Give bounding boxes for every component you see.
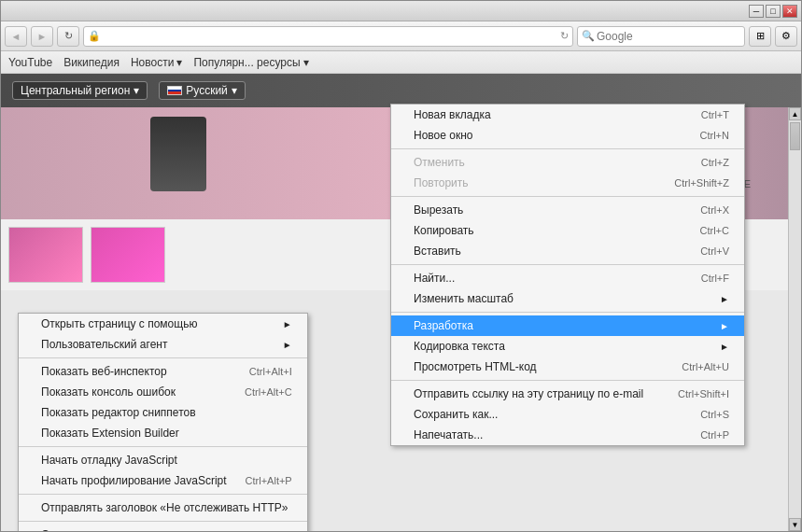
menu-label: Отменить — [414, 156, 465, 169]
bookmark-youtube[interactable]: YouTube — [8, 56, 52, 69]
left-context-menu: Открыть страницу с помощью ► Пользовател… — [18, 313, 308, 531]
gear-icon: ⚙ — [781, 30, 791, 42]
menu-label: Сохранить как... — [414, 408, 498, 421]
popular-arrow-icon: ▾ — [303, 56, 309, 69]
submenu-arrow-icon: ► — [283, 319, 292, 329]
bookmark-news[interactable]: Новости ▾ — [131, 56, 182, 69]
menu-label: Повторить — [414, 176, 469, 189]
menu-label: Начать отладку JavaScript — [41, 454, 177, 467]
menu-item-snippet-editor[interactable]: Показать редактор сниппетов — [19, 402, 307, 423]
menu-item-paste[interactable]: Вставить Ctrl+V — [391, 241, 744, 261]
submenu-arrow-icon: ► — [720, 321, 729, 331]
product-image — [150, 117, 206, 191]
scroll-thumb[interactable] — [790, 122, 800, 150]
menu-item-save-as[interactable]: Сохранить как... Ctrl+S — [391, 404, 744, 425]
shortcut-label: Ctrl+Alt+I — [249, 366, 292, 377]
reload-icon[interactable]: ↻ — [560, 30, 569, 42]
region-label: Центральный регион — [21, 84, 130, 97]
refresh-button[interactable]: ↻ — [57, 26, 79, 47]
thumbnail-item[interactable] — [8, 227, 83, 283]
menu-item-print[interactable]: Напечатать... Ctrl+P — [391, 425, 744, 445]
maximize-button[interactable]: □ — [766, 5, 781, 18]
settings-button[interactable]: ⚙ — [775, 26, 797, 47]
back-button[interactable]: ◄ — [5, 26, 27, 47]
menu-item-new-window[interactable]: Новое окно Ctrl+N — [391, 125, 744, 146]
scroll-up-arrow[interactable]: ▲ — [789, 107, 801, 120]
menu-label: Показать Extension Builder — [41, 427, 179, 440]
flag-icon — [167, 86, 182, 95]
menu-item-encoding[interactable]: Кодировка текста ► — [391, 336, 744, 357]
menu-label: Напечатать... — [414, 428, 483, 441]
menu-label: Отключить кэши — [41, 528, 127, 531]
menu-separator — [391, 148, 744, 149]
menu-item-copy[interactable]: Копировать Ctrl+C — [391, 220, 744, 241]
submenu-arrow-icon: ► — [283, 340, 292, 350]
menu-label: Просмотреть HTML-код — [414, 360, 537, 373]
region-selector[interactable]: Центральный регион ▾ — [12, 81, 148, 100]
menu-label: Показать редактор сниппетов — [41, 406, 196, 419]
thumbnail-item[interactable] — [91, 227, 165, 283]
close-button[interactable]: ✕ — [782, 5, 797, 18]
address-bar-area: 🔒 ↻ — [83, 26, 573, 47]
menu-item-find[interactable]: Найти... Ctrl+F — [391, 268, 744, 288]
menu-item-new-tab[interactable]: Новая вкладка Ctrl+T — [391, 105, 744, 125]
lang-label: Русский — [186, 84, 228, 97]
menu-item-zoom[interactable]: Изменить масштаб ► — [391, 288, 744, 309]
bookmark-popular[interactable]: Популярн... ресурсы ▾ — [193, 56, 308, 69]
menu-item-redo[interactable]: Повторить Ctrl+Shift+Z — [391, 173, 744, 193]
bookmarks-bar: YouTube Википедия Новости ▾ Популярн... … — [1, 51, 801, 74]
menu-label: Начать профилирование JavaScript — [41, 474, 227, 487]
right-context-menu: Новая вкладка Ctrl+T Новое окно Ctrl+N О… — [390, 104, 745, 446]
menu-label: Изменить масштаб — [414, 292, 514, 305]
menu-separator — [19, 521, 307, 522]
shortcut-label: Ctrl+Alt+U — [682, 361, 729, 372]
shortcut-label: Ctrl+Z — [701, 157, 729, 168]
menu-item-web-inspector[interactable]: Показать веб-инспектор Ctrl+Alt+I — [19, 361, 307, 382]
lang-selector[interactable]: Русский ▾ — [159, 81, 246, 100]
menu-item-disable-cache[interactable]: Отключить кэши — [19, 525, 307, 531]
menu-separator — [391, 196, 744, 197]
menu-separator — [19, 446, 307, 447]
menu-separator — [19, 357, 307, 358]
scroll-track — [789, 152, 801, 518]
shortcut-label: Ctrl+V — [700, 245, 729, 257]
shortcut-label: Ctrl+Shift+I — [678, 388, 729, 399]
menu-separator — [19, 494, 307, 495]
page-content: Центральный регион ▾ Русский ▾ «ЗАЩИТА Ц… — [1, 74, 801, 531]
menu-item-extension-builder[interactable]: Показать Extension Builder — [19, 423, 307, 443]
menu-item-dnt[interactable]: Отправлять заголовок «Не отслеживать HTT… — [19, 497, 307, 518]
menu-item-profile-js[interactable]: Начать профилирование JavaScript Ctrl+Al… — [19, 470, 307, 491]
forward-button[interactable]: ► — [31, 26, 53, 47]
menu-item-open-with[interactable]: Открыть страницу с помощью ► — [19, 314, 307, 334]
menu-item-cut[interactable]: Вырезать Ctrl+X — [391, 200, 744, 220]
scroll-down-arrow[interactable]: ▼ — [789, 518, 801, 531]
menu-item-view-source[interactable]: Просмотреть HTML-код Ctrl+Alt+U — [391, 357, 744, 377]
address-input[interactable] — [105, 30, 556, 43]
menu-label: Новая вкладка — [414, 108, 491, 121]
menu-label: Показать веб-инспектор — [41, 365, 167, 378]
menu-item-email-link[interactable]: Отправить ссылку на эту страницу по e-ma… — [391, 384, 744, 404]
menu-item-debug-js[interactable]: Начать отладку JavaScript — [19, 450, 307, 470]
menu-item-user-agent[interactable]: Пользовательский агент ► — [19, 334, 307, 355]
menu-item-undo[interactable]: Отменить Ctrl+Z — [391, 152, 744, 173]
menu-label: Разработка — [414, 319, 473, 332]
news-arrow-icon: ▾ — [176, 56, 182, 69]
lang-arrow-icon: ▾ — [232, 84, 237, 97]
region-arrow-icon: ▾ — [134, 84, 139, 97]
menu-label: Отправлять заголовок «Не отслеживать HTT… — [41, 501, 288, 514]
scrollbar-right: ▲ ▼ — [788, 107, 801, 531]
submenu-arrow-icon: ► — [720, 294, 729, 304]
menu-label: Найти... — [414, 272, 455, 285]
page-header-bar: Центральный регион ▾ Русский ▾ — [1, 74, 801, 107]
bookmark-icon-button[interactable]: ⊞ — [749, 26, 771, 47]
menu-item-develop[interactable]: Разработка ► — [391, 315, 744, 336]
minimize-button[interactable]: ─ — [749, 5, 764, 18]
search-input[interactable] — [597, 30, 740, 43]
bookmark-wikipedia[interactable]: Википедия — [63, 56, 120, 69]
shortcut-label: Ctrl+F — [701, 273, 729, 284]
menu-label: Отправить ссылку на эту страницу по e-ma… — [414, 387, 643, 400]
shortcut-label: Ctrl+T — [701, 109, 729, 120]
browser-window: ─ □ ✕ ◄ ► ↻ 🔒 ↻ 🔍 ⊞ ⚙ YouTube Википеди — [0, 0, 802, 532]
menu-item-error-console[interactable]: Показать консоль ошибок Ctrl+Alt+C — [19, 382, 307, 402]
toolbar: ◄ ► ↻ 🔒 ↻ 🔍 ⊞ ⚙ — [1, 21, 801, 51]
